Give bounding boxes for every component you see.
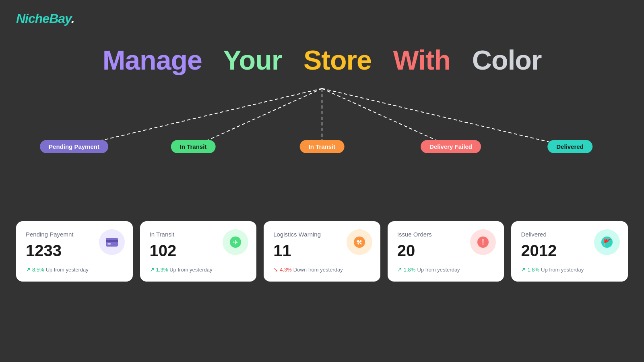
cards-row: Pending Payemnt 1233 ↗ 8.5% Up from yest… — [16, 221, 628, 282]
card-logistics-warning-icon: 🛠 — [347, 229, 372, 255]
card-pending-payment-icon — [99, 229, 125, 255]
svg-line-0 — [74, 88, 322, 147]
svg-text:🛠: 🛠 — [356, 239, 363, 246]
logo: NicheBay. — [16, 11, 74, 26]
svg-line-4 — [322, 88, 570, 147]
hero-word-3: Store — [303, 45, 372, 75]
card-in-transit-trend: ↗ 1.3% Up from yesterday — [150, 266, 247, 273]
card-in-transit: In Transit 102 ↗ 1.3% Up from yesterday … — [140, 221, 257, 282]
trend-arrow-up-icon: ↗ — [150, 266, 155, 273]
flowchart-svg — [0, 80, 644, 169]
card-delivered-trend: ↗ 1.8% Up from yesterday — [521, 266, 618, 273]
card-logistics-warning-trend: ↘ 4.3% Down from yesterday — [273, 266, 371, 273]
logo-dot: . — [71, 11, 74, 26]
svg-rect-7 — [107, 243, 111, 245]
svg-line-3 — [322, 88, 451, 147]
svg-text:!: ! — [482, 238, 484, 246]
svg-text:✈: ✈ — [233, 239, 238, 246]
hero-word-2: Your — [223, 45, 282, 75]
card-pending-payment: Pending Payemnt 1233 ↗ 8.5% Up from yest… — [16, 221, 133, 282]
hero-word-4: With — [393, 45, 450, 75]
trend-arrow-up-icon: ↗ — [521, 266, 526, 273]
card-issue-orders: Issue Orders 20 ↗ 1.8% Up from yesterday… — [388, 221, 504, 282]
trend-label: Up from yesterday — [169, 267, 212, 273]
badge-in-transit-green: In Transit — [171, 140, 216, 153]
card-issue-orders-icon: ! — [470, 229, 496, 255]
card-delivered-icon: 🚩 — [594, 229, 620, 255]
hero-word-5: Color — [472, 45, 542, 75]
badge-in-transit-orange: In Transit — [300, 140, 345, 153]
logo-text: NicheBay — [16, 11, 71, 26]
trend-pct: 1.8% — [527, 267, 539, 273]
trend-arrow-up-icon: ↗ — [26, 266, 31, 273]
hero-word-1: Manage — [103, 45, 202, 75]
card-issue-orders-trend: ↗ 1.8% Up from yesterday — [397, 266, 495, 273]
trend-pct: 1.8% — [404, 267, 416, 273]
flowchart: Pending Payment In Transit In Transit De… — [0, 80, 644, 169]
badge-delivered: Delivered — [547, 140, 592, 153]
badge-pending-payment: Pending Payment — [40, 140, 108, 153]
trend-arrow-down-icon: ↘ — [273, 266, 278, 273]
svg-text:🚩: 🚩 — [603, 239, 611, 246]
trend-label: Up from yesterday — [46, 267, 89, 273]
hero-title: Manage Your Store With Color — [0, 44, 644, 76]
svg-line-1 — [193, 88, 322, 147]
svg-rect-6 — [106, 240, 118, 242]
card-delivered: Delivered 2012 ↗ 1.8% Up from yesterday … — [511, 221, 628, 282]
trend-label: Up from yesterday — [417, 267, 460, 273]
card-pending-payment-trend: ↗ 8.5% Up from yesterday — [26, 266, 123, 273]
trend-pct: 4.3% — [280, 267, 292, 273]
trend-label: Up from yesterday — [541, 267, 584, 273]
card-logistics-warning: Logistics Warning 11 ↘ 4.3% Down from ye… — [264, 221, 380, 282]
trend-pct: 1.3% — [156, 267, 168, 273]
trend-pct: 8.5% — [32, 267, 44, 273]
trend-label: Down from yesterday — [293, 267, 343, 273]
badge-delivery-failed: Delivery Failed — [421, 140, 481, 153]
card-in-transit-icon: ✈ — [223, 229, 248, 255]
trend-arrow-up-icon: ↗ — [397, 266, 402, 273]
